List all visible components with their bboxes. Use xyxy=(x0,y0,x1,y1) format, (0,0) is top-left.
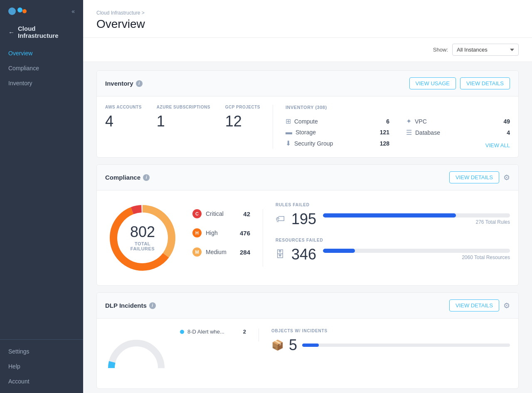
dlp-legend-item: 8-D Alert whe... 2 xyxy=(180,329,246,335)
instances-select[interactable]: All Instances xyxy=(452,44,519,56)
inventory-body: AWS ACCOUNTS 4 AZURE SUBSCRIPTIONS 1 GCP… xyxy=(97,96,518,157)
logo-dot-blue xyxy=(8,7,16,15)
inventory-title: Inventory i xyxy=(105,80,143,87)
inventory-row-compute: ⊞Compute 6 xyxy=(286,116,389,127)
help-label: Help xyxy=(8,363,20,370)
collapse-sidebar-button[interactable]: « xyxy=(71,8,75,15)
rules-bar-track xyxy=(323,213,510,218)
dlp-stats: OBJECTS W/ INCIDENTS 📦 5 xyxy=(271,329,510,354)
resources-bar-area: 2060 Total Resources xyxy=(323,249,510,260)
sidebar-item-inventory[interactable]: Inventory xyxy=(0,76,83,91)
logo-dot-teal xyxy=(17,7,22,12)
inventory-info-icon: i xyxy=(136,80,143,87)
aws-accounts-count: AWS ACCOUNTS 4 xyxy=(105,105,142,149)
rules-failed-icon: 🏷 xyxy=(276,214,285,225)
resources-failed-icon: 🗄 xyxy=(276,249,285,260)
inventory-card-actions: VIEW USAGE VIEW DETAILS xyxy=(409,77,510,89)
resources-failed-section: RESOURCES FAILED 🗄 346 2060 Total Resour… xyxy=(276,238,510,263)
rules-bar-area: 276 Total Rules xyxy=(323,213,510,225)
inventory-row-database: ☰Database 4 xyxy=(406,127,510,138)
compliance-title: Compliance i xyxy=(105,174,150,181)
donut-total: 802 xyxy=(124,225,161,240)
compliance-legend: C Critical 42 H High 476 xyxy=(180,209,263,267)
inventory-row-storage: ▬Storage 121 xyxy=(286,127,389,138)
content-area: Inventory i VIEW USAGE VIEW DETAILS AWS … xyxy=(83,62,532,393)
rules-failed-section: RULES FAILED 🏷 195 276 Total Rules xyxy=(276,203,510,228)
storage-icon: ▬ xyxy=(286,129,292,136)
resources-failed-value: 346 xyxy=(291,246,316,263)
show-bar: Show: All Instances xyxy=(83,38,532,62)
dlp-view-details-button[interactable]: VIEW DETAILS xyxy=(449,299,499,311)
inventory-card-header: Inventory i VIEW USAGE VIEW DETAILS xyxy=(97,71,518,96)
dlp-dot-blue xyxy=(180,330,184,334)
page-title: Overview xyxy=(96,17,519,31)
sidebar-item-overview[interactable]: Overview xyxy=(0,46,83,61)
dlp-card-header: DLP Incidents i VIEW DETAILS ⚙ xyxy=(97,293,518,319)
compliance-info-icon: i xyxy=(143,174,150,181)
dlp-legend: 8-D Alert whe... 2 xyxy=(167,329,259,341)
compliance-stats: RULES FAILED 🏷 195 276 Total Rules xyxy=(276,203,510,273)
compute-icon: ⊞ xyxy=(286,117,291,125)
account-label: Account xyxy=(8,378,30,385)
back-arrow-icon: ← xyxy=(8,29,15,36)
security-group-icon: ⬇ xyxy=(286,139,291,147)
sidebar-item-label: Inventory xyxy=(8,80,32,87)
sidebar-bottom: Settings Help Account xyxy=(0,339,83,393)
vpc-icon: ✦ xyxy=(406,117,411,125)
critical-dot: C xyxy=(192,209,202,218)
compliance-card-header: Compliance i VIEW DETAILS ⚙ xyxy=(97,165,518,190)
resources-bar-fill xyxy=(323,249,355,253)
sidebar-item-compliance[interactable]: Compliance xyxy=(0,61,83,76)
database-icon: ☰ xyxy=(406,129,412,136)
view-usage-button[interactable]: VIEW USAGE xyxy=(409,77,456,89)
dlp-bar-fill xyxy=(302,344,319,347)
sidebar-item-settings[interactable]: Settings xyxy=(0,344,83,359)
sidebar-item-help[interactable]: Help xyxy=(0,359,83,374)
compliance-body: 802 TOTAL FAILURES C Critical 42 xyxy=(97,190,518,285)
donut-label: TOTAL FAILURES xyxy=(124,241,161,251)
inventory-left-col: ⊞Compute 6 ▬Storage 121 ⬇Security Group … xyxy=(286,116,389,149)
dlp-objects-icon: 📦 xyxy=(271,339,284,351)
resources-bar-track xyxy=(323,249,510,253)
sidebar-item-label: Compliance xyxy=(8,65,39,72)
dlp-body: 8-D Alert whe... 2 OBJECTS W/ INCIDENTS … xyxy=(97,319,518,388)
dlp-info-icon: i xyxy=(149,302,156,309)
dlp-objects-value: 5 xyxy=(289,336,297,354)
rules-bar-fill xyxy=(323,213,456,218)
dlp-gear-icon[interactable]: ⚙ xyxy=(503,301,510,310)
sidebar-item-account[interactable]: Account xyxy=(0,374,83,389)
compliance-card-actions: VIEW DETAILS ⚙ xyxy=(449,171,510,183)
inventory-counts: AWS ACCOUNTS 4 AZURE SUBSCRIPTIONS 1 GCP… xyxy=(105,105,273,149)
sidebar-section-label: CloudInfrastructure xyxy=(18,25,59,39)
azure-subscriptions-count: AZURE SUBSCRIPTIONS 1 xyxy=(157,105,210,149)
breadcrumb: Cloud Infrastructure > xyxy=(96,10,519,16)
compliance-view-details-button[interactable]: VIEW DETAILS xyxy=(449,171,499,183)
page-header: Cloud Infrastructure > Overview xyxy=(83,0,532,38)
sidebar-back-nav[interactable]: ← CloudInfrastructure xyxy=(0,21,83,46)
main-content: Cloud Infrastructure > Overview Show: Al… xyxy=(83,0,532,393)
legend-item-high: H High 476 xyxy=(192,228,250,237)
dlp-card-actions: VIEW DETAILS ⚙ xyxy=(449,299,510,311)
inventory-card: Inventory i VIEW USAGE VIEW DETAILS AWS … xyxy=(96,70,519,158)
legend-item-medium: M Medium 284 xyxy=(192,247,250,257)
sidebar-item-label: Overview xyxy=(8,50,32,57)
compliance-gear-icon[interactable]: ⚙ xyxy=(503,173,510,182)
svg-point-4 xyxy=(111,343,161,378)
legend-item-critical: C Critical 42 xyxy=(192,209,250,218)
inventory-grid: ⊞Compute 6 ▬Storage 121 ⬇Security Group … xyxy=(286,116,510,149)
sidebar: « ← CloudInfrastructure Overview Complia… xyxy=(0,0,83,393)
dlp-donut xyxy=(105,329,167,378)
dlp-title: DLP Incidents i xyxy=(105,302,156,309)
inventory-row-security: ⬇Security Group 128 xyxy=(286,138,389,149)
sidebar-logo: « xyxy=(0,0,83,21)
sidebar-nav: Overview Compliance Inventory xyxy=(0,46,83,339)
view-all-link[interactable]: VIEW ALL xyxy=(406,142,510,148)
inventory-right-col: ✦VPC 49 ☰Database 4 VIEW ALL xyxy=(406,116,510,149)
dlp-bar-track xyxy=(302,344,510,347)
dlp-donut-svg xyxy=(105,329,167,378)
logo-dot-orange xyxy=(22,9,27,13)
inventory-row-vpc: ✦VPC 49 xyxy=(406,116,510,127)
view-details-button[interactable]: VIEW DETAILS xyxy=(460,77,510,89)
dlp-card: DLP Incidents i VIEW DETAILS ⚙ xyxy=(96,292,519,389)
show-label: Show: xyxy=(433,47,448,53)
